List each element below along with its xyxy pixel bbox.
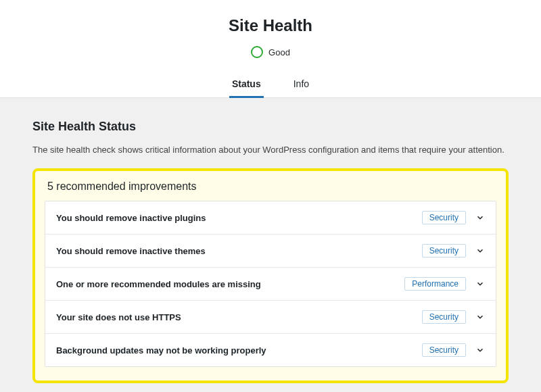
improvement-item[interactable]: Background updates may not be working pr… (45, 334, 496, 366)
category-badge: Performance (404, 277, 466, 291)
improvement-item[interactable]: You should remove inactive themes Securi… (45, 235, 496, 268)
category-badge: Security (422, 310, 466, 324)
improvement-title: You should remove inactive themes (56, 246, 422, 256)
section-description: The site health check shows critical inf… (32, 145, 509, 155)
section-heading: Site Health Status (32, 120, 509, 134)
chevron-down-icon (475, 279, 485, 289)
improvement-title: Your site does not use HTTPS (56, 312, 422, 322)
tab-info[interactable]: Info (291, 72, 312, 97)
improvement-title: You should remove inactive plugins (56, 213, 422, 223)
improvements-heading: 5 recommended improvements (45, 180, 496, 193)
page-title: Site Health (0, 16, 541, 35)
status-label: Good (268, 47, 290, 57)
improvements-list: You should remove inactive plugins Secur… (45, 201, 496, 367)
tabs: Status Info (0, 72, 541, 98)
improvement-title: One or more recommended modules are miss… (56, 279, 404, 289)
main-content: Site Health Status The site health check… (0, 98, 541, 392)
chevron-down-icon (475, 345, 485, 355)
category-badge: Security (422, 343, 466, 357)
improvement-item[interactable]: Your site does not use HTTPS Security (45, 301, 496, 334)
improvements-highlight-box: 5 recommended improvements You should re… (32, 168, 509, 383)
chevron-down-icon (475, 312, 485, 322)
improvement-title: Background updates may not be working pr… (56, 345, 422, 356)
status-indicator: Good (0, 46, 541, 58)
tab-status[interactable]: Status (229, 72, 264, 98)
improvement-item[interactable]: You should remove inactive plugins Secur… (45, 201, 496, 235)
improvement-item[interactable]: One or more recommended modules are miss… (45, 268, 496, 301)
status-circle-icon (251, 46, 263, 58)
chevron-down-icon (475, 246, 485, 255)
category-badge: Security (422, 211, 466, 224)
chevron-down-icon (475, 213, 485, 222)
category-badge: Security (422, 244, 466, 258)
header: Site Health Good Status Info (0, 0, 541, 98)
